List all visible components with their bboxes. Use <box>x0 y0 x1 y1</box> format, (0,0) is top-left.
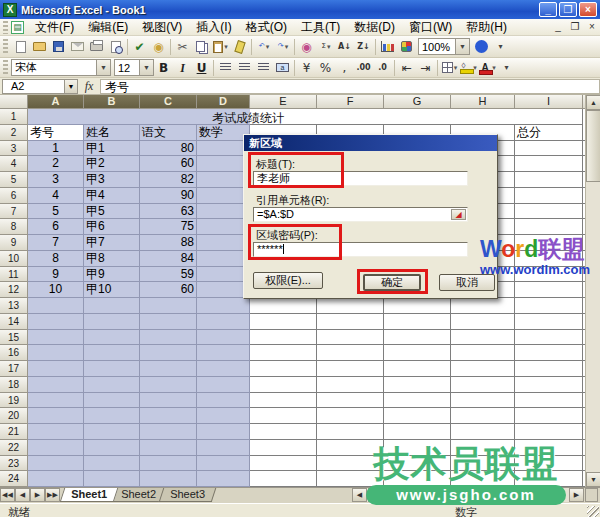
row-header-5[interactable]: 5 <box>0 172 28 188</box>
cut-icon[interactable]: ✂ <box>173 38 192 56</box>
sheet-tab-sheet1[interactable]: Sheet1 <box>60 488 119 502</box>
chevron-down-icon[interactable]: ▾ <box>285 43 289 51</box>
cell-F16[interactable] <box>317 345 384 361</box>
align-left-icon[interactable] <box>216 59 235 77</box>
permission-icon[interactable] <box>68 38 87 56</box>
cell-A24[interactable] <box>28 471 84 487</box>
font-color-icon[interactable]: A▾ <box>478 59 497 77</box>
cell-D24[interactable] <box>197 471 250 487</box>
row-header-6[interactable]: 6 <box>0 188 28 204</box>
menu-工具[interactable]: 工具(T) <box>294 18 347 37</box>
cell-I7[interactable] <box>515 204 583 220</box>
font-name-combo[interactable]: 宋体 ▼ <box>11 59 111 76</box>
sort-asc-icon[interactable]: A↓ <box>335 38 354 56</box>
cell-A18[interactable] <box>28 377 84 393</box>
dialog-titlebar[interactable]: 新区域 <box>244 135 497 151</box>
select-all-corner[interactable] <box>0 95 28 109</box>
column-header-C[interactable]: C <box>140 95 197 109</box>
cell-C11[interactable]: 59 <box>140 267 197 283</box>
cell-A22[interactable] <box>28 440 84 456</box>
cell-C15[interactable] <box>140 330 197 346</box>
comma-icon[interactable]: , <box>335 59 354 77</box>
print-preview-icon[interactable] <box>106 38 125 56</box>
row-header-8[interactable]: 8 <box>0 219 28 235</box>
row-header-23[interactable]: 23 <box>0 456 28 472</box>
cell-H14[interactable] <box>451 314 515 330</box>
collapse-dialog-icon[interactable]: ◢ <box>451 209 466 220</box>
cell-G21[interactable] <box>384 424 451 440</box>
cell-B7[interactable]: 甲5 <box>84 204 140 220</box>
menu-文件[interactable]: 文件(F) <box>28 18 81 37</box>
insert-function-icon[interactable]: fx <box>78 79 100 94</box>
cell-E22[interactable] <box>250 440 317 456</box>
cell-I17[interactable] <box>515 361 583 377</box>
cell-H19[interactable] <box>451 393 515 409</box>
scroll-right-icon[interactable]: ▶ <box>569 488 584 502</box>
row-header-22[interactable]: 22 <box>0 440 28 456</box>
menu-插入[interactable]: 插入(I) <box>189 18 238 37</box>
toolbar-options-icon[interactable]: ▾ <box>491 38 510 56</box>
cell-B22[interactable] <box>84 440 140 456</box>
row-header-7[interactable]: 7 <box>0 204 28 220</box>
cell-A7[interactable]: 5 <box>28 204 84 220</box>
vertical-scrollbar[interactable]: ▲ ▼ <box>585 95 600 487</box>
cell-C24[interactable] <box>140 471 197 487</box>
cell-B20[interactable] <box>84 408 140 424</box>
cell-E17[interactable] <box>250 361 317 377</box>
chevron-down-icon[interactable]: ▾ <box>266 43 270 51</box>
drawing-icon[interactable] <box>397 38 416 56</box>
column-header-B[interactable]: B <box>84 95 140 109</box>
close-button[interactable]: × <box>579 2 597 17</box>
cell-F13[interactable] <box>317 298 384 314</box>
cell-I18[interactable] <box>515 377 583 393</box>
cell-C18[interactable] <box>140 377 197 393</box>
column-header-G[interactable]: G <box>384 95 451 109</box>
cell-E20[interactable] <box>250 408 317 424</box>
italic-icon[interactable]: I <box>173 59 192 77</box>
cell-B16[interactable] <box>84 345 140 361</box>
cell-E16[interactable] <box>250 345 317 361</box>
cell-B19[interactable] <box>84 393 140 409</box>
cell-D13[interactable] <box>197 298 250 314</box>
chevron-down-icon[interactable]: ▼ <box>455 39 469 54</box>
row-header-17[interactable]: 17 <box>0 361 28 377</box>
menu-编辑[interactable]: 编辑(E) <box>81 18 135 37</box>
toolbar-grip[interactable] <box>3 21 8 34</box>
cell-A13[interactable] <box>28 298 84 314</box>
paste-icon[interactable]: ▾ <box>211 38 230 56</box>
cell-I6[interactable] <box>515 188 583 204</box>
cell-I20[interactable] <box>515 408 583 424</box>
cell-E15[interactable] <box>250 330 317 346</box>
cell-C5[interactable]: 82 <box>140 172 197 188</box>
cell-B17[interactable] <box>84 361 140 377</box>
cell-B4[interactable]: 甲2 <box>84 156 140 172</box>
chevron-down-icon[interactable]: ▼ <box>64 80 77 93</box>
chevron-down-icon[interactable]: ▾ <box>454 64 458 72</box>
cell-E19[interactable] <box>250 393 317 409</box>
sort-desc-icon[interactable]: Z↓ <box>354 38 373 56</box>
cell-B11[interactable]: 甲9 <box>84 267 140 283</box>
cell-A19[interactable] <box>28 393 84 409</box>
borders-icon[interactable]: ▾ <box>440 59 459 77</box>
cell-C13[interactable] <box>140 298 197 314</box>
autosum-icon[interactable]: Σ▾ <box>316 38 335 56</box>
cell-F15[interactable] <box>317 330 384 346</box>
cell-A20[interactable] <box>28 408 84 424</box>
cell-I15[interactable] <box>515 330 583 346</box>
cell-G18[interactable] <box>384 377 451 393</box>
cell-G19[interactable] <box>384 393 451 409</box>
cell-C7[interactable]: 63 <box>140 204 197 220</box>
cell-I13[interactable] <box>515 298 583 314</box>
research-icon[interactable]: ◉ <box>149 38 168 56</box>
cell-E14[interactable] <box>250 314 317 330</box>
row-header-18[interactable]: 18 <box>0 377 28 393</box>
cell-A2[interactable]: 考号 <box>28 125 84 141</box>
chevron-down-icon[interactable]: ▾ <box>224 43 228 51</box>
cell-B15[interactable] <box>84 330 140 346</box>
cell-B21[interactable] <box>84 424 140 440</box>
workbook-minimize-button[interactable]: _ <box>550 20 566 34</box>
row-header-16[interactable]: 16 <box>0 345 28 361</box>
cell-D14[interactable] <box>197 314 250 330</box>
cell-G20[interactable] <box>384 408 451 424</box>
cell-F18[interactable] <box>317 377 384 393</box>
